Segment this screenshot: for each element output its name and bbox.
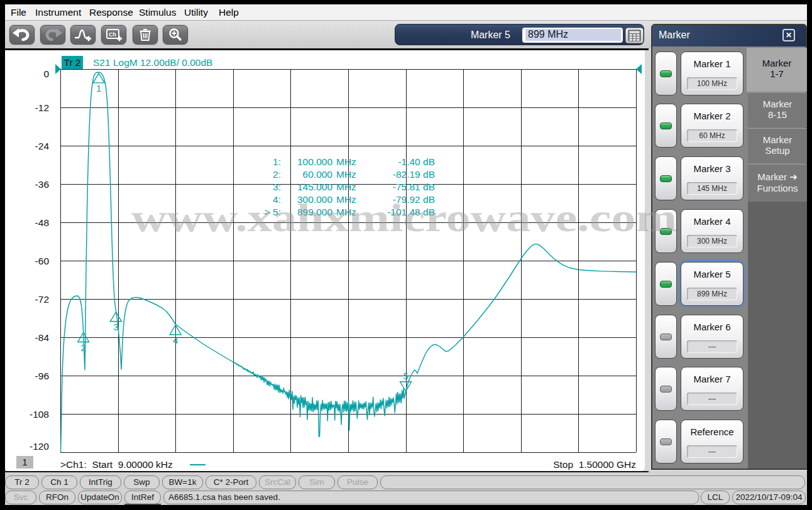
svg-text:Ch: Ch <box>109 31 116 38</box>
svg-text:145.000: 145.000 <box>297 182 332 192</box>
svg-text:-84: -84 <box>35 332 50 343</box>
svg-text:Tr 2: Tr 2 <box>64 57 81 68</box>
svg-text:-1.40 dB: -1.40 dB <box>398 156 435 167</box>
svg-text:MHz: MHz <box>336 156 356 167</box>
svg-text:1:: 1: <box>273 156 281 167</box>
svg-text:3:: 3: <box>273 182 281 192</box>
svg-text:-108: -108 <box>30 409 49 420</box>
svg-text:1: 1 <box>96 83 101 94</box>
svg-text:>Ch1: Start 9.00000 kHz: >Ch1: Start 9.00000 kHz <box>60 459 173 470</box>
svg-text:-60: -60 <box>35 256 50 266</box>
svg-text:-36: -36 <box>35 179 49 190</box>
svg-text:4: 4 <box>173 335 178 345</box>
svg-text:0: 0 <box>43 68 49 79</box>
svg-text:2: 2 <box>80 342 85 353</box>
svg-text:60.000: 60.000 <box>303 169 333 180</box>
svg-text:-96: -96 <box>35 371 49 381</box>
svg-text:5: 5 <box>403 371 408 381</box>
svg-text:Stop 1.50000 GHz: Stop 1.50000 GHz <box>553 459 636 470</box>
svg-text:100.000: 100.000 <box>297 156 332 167</box>
svg-text:-12: -12 <box>35 102 49 113</box>
svg-text:-72: -72 <box>35 294 49 305</box>
svg-text:3: 3 <box>113 322 118 332</box>
svg-text:-48: -48 <box>35 217 49 228</box>
svg-text:-24: -24 <box>35 141 50 151</box>
svg-text:S21 LogM 12.00dB/ 0.00dB: S21 LogM 12.00dB/ 0.00dB <box>93 57 212 68</box>
svg-text:-120: -120 <box>30 441 49 452</box>
svg-text:2:: 2: <box>273 169 281 180</box>
svg-text:-75.81 dB: -75.81 dB <box>393 182 435 192</box>
svg-text:1: 1 <box>22 457 27 467</box>
svg-text:MHz: MHz <box>336 169 356 180</box>
svg-text:MHz: MHz <box>336 182 356 192</box>
svg-text:-82.19 dB: -82.19 dB <box>393 169 435 180</box>
